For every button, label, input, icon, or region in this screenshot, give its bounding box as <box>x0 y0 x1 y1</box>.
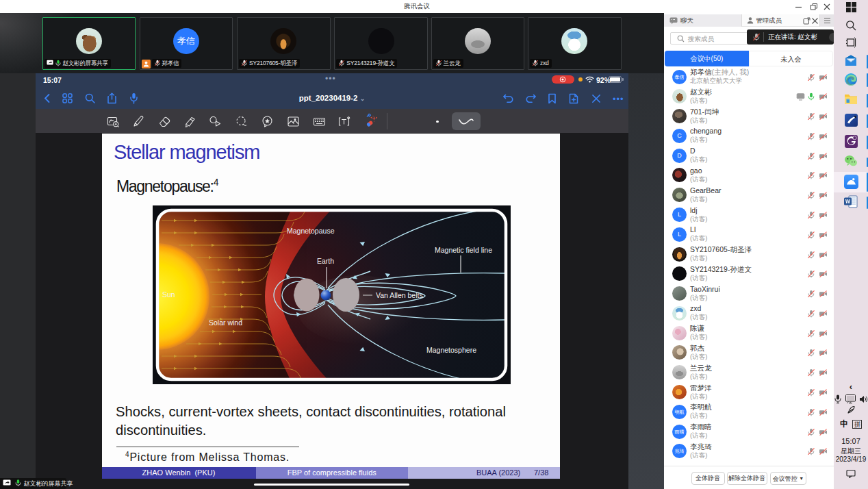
svg-text:Solar wind: Solar wind <box>209 318 242 327</box>
svg-text:Magnetic field line: Magnetic field line <box>435 246 492 254</box>
svg-text:Sun: Sun <box>162 290 175 299</box>
svg-text:Magnetosphere: Magnetosphere <box>426 346 476 354</box>
svg-text:Van Allen belts: Van Allen belts <box>376 291 423 299</box>
svg-text:Earth: Earth <box>317 257 334 265</box>
svg-text:Magnetopause: Magnetopause <box>287 227 335 235</box>
